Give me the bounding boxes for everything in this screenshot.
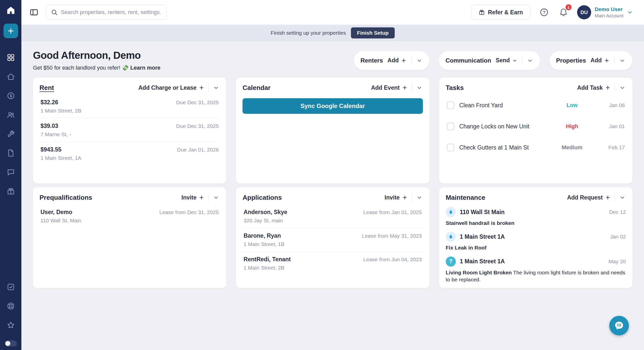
applications-card-dropdown[interactable] xyxy=(416,194,423,201)
user-name: Demo User xyxy=(595,6,623,12)
plus-icon xyxy=(605,85,611,90)
dashboard-grid-icon xyxy=(7,53,15,62)
nav-maintenance[interactable] xyxy=(6,129,16,139)
people-icon xyxy=(7,111,15,119)
maintenance-card-dropdown[interactable] xyxy=(619,194,626,201)
chevron-down-icon xyxy=(213,194,219,201)
renters-dropdown-button[interactable] xyxy=(416,57,423,64)
notifications-button[interactable]: 1 xyxy=(558,7,569,18)
nav-favorites[interactable] xyxy=(6,320,16,330)
task-label: Check Gutters at 1 Main St xyxy=(459,144,547,151)
task-checkbox[interactable] xyxy=(447,123,454,130)
nav-referrals[interactable] xyxy=(6,186,16,196)
quick-actions: Renters Add Communication Send xyxy=(354,51,632,70)
search-input[interactable] xyxy=(46,5,167,20)
maintenance-date: Jan 02 xyxy=(610,234,626,240)
maintenance-property: 1 Main Street 1A xyxy=(460,233,610,240)
renters-add-label: Add xyxy=(387,57,399,64)
referral-subtext: Get $50 for each landlord you refer! 💸 xyxy=(33,65,129,71)
setup-banner: Finish setting up your properties Finish… xyxy=(21,25,644,41)
question-icon: ? xyxy=(446,257,456,267)
add-event-button[interactable]: Add Event xyxy=(371,84,408,91)
task-label: Change Locks on New Unit xyxy=(459,123,547,130)
task-priority: Medium xyxy=(547,144,597,151)
finish-setup-button[interactable]: Finish Setup xyxy=(351,27,395,38)
add-request-button[interactable]: Add Request xyxy=(567,194,611,201)
rent-address: 1 Main Street, 2B xyxy=(41,108,81,114)
maintenance-item[interactable]: 110 Wall St Main Dec 12 Stairwell handra… xyxy=(446,207,626,227)
tasks-card-dropdown[interactable] xyxy=(619,84,626,91)
task-checkbox[interactable] xyxy=(447,144,454,151)
nav-dashboard[interactable] xyxy=(6,52,16,63)
applicant-name: RentRedi, Tenant xyxy=(244,256,291,263)
properties-add-button[interactable]: Add xyxy=(590,57,610,64)
prequalifications-invite-button[interactable]: Invite xyxy=(181,194,204,201)
prequalification-item[interactable]: User, Demo 110 Wall St, Main Lease from … xyxy=(39,205,220,228)
application-item[interactable]: Barone, Ryan 1 Main Street, 1B Lease fro… xyxy=(243,228,423,252)
tasks-card: Tasks Add Task Clean Front Yar xyxy=(439,78,632,183)
rent-card-title[interactable]: Rent xyxy=(39,84,54,92)
lease-from: Lease from May 31, 2023 xyxy=(362,233,422,247)
task-item[interactable]: Clean Front Yard Low Jan 06 xyxy=(446,95,626,116)
nav-help[interactable] xyxy=(6,301,16,311)
nav-renters[interactable] xyxy=(6,110,16,120)
nav-tasks[interactable] xyxy=(6,282,16,292)
checklist-icon xyxy=(7,283,15,291)
applications-card: Applications Invite Anderson, Skye xyxy=(236,187,429,288)
renters-quick-action: Renters Add xyxy=(354,51,429,70)
prequalifications-card-title: Prequalifications xyxy=(39,194,92,202)
user-account: Main Account xyxy=(595,13,623,19)
learn-more-link[interactable]: Learn more xyxy=(130,65,160,71)
rent-list-item[interactable]: $32.26 1 Main Street, 2B Due Dec 31, 202… xyxy=(39,95,220,118)
nav-messages[interactable] xyxy=(6,167,16,177)
communication-send-button[interactable]: Send xyxy=(496,57,517,64)
rent-add-button[interactable]: Add Charge or Lease xyxy=(138,84,204,91)
lease-from: Lease from Jan 01, 2025 xyxy=(363,209,422,224)
task-item[interactable]: Check Gutters at 1 Main St Medium Feb 17 xyxy=(446,137,626,158)
nav-documents[interactable] xyxy=(6,148,16,158)
sidebar-collapse-button[interactable] xyxy=(28,6,40,18)
rentredi-logo[interactable] xyxy=(5,5,17,16)
application-item[interactable]: RentRedi, Tenant 1 Main Street, 2B Lease… xyxy=(243,252,423,275)
rent-list-item[interactable]: $39.03 7 Marne St, - Due Dec 31, 2025 xyxy=(39,118,220,142)
nav-payments[interactable]: $ xyxy=(6,90,16,101)
chevron-down-icon xyxy=(416,85,422,91)
greeting-block: Good Afternoon, Demo Get $50 for each la… xyxy=(33,50,160,71)
renters-add-button[interactable]: Add xyxy=(387,57,407,64)
svg-text:$: $ xyxy=(10,94,12,98)
applicant-address: 1 Main Street, 1B xyxy=(244,241,284,247)
add-request-label: Add Request xyxy=(567,194,603,201)
prequalifications-card: Prequalifications Invite User, Demo xyxy=(33,187,226,288)
plus-icon xyxy=(199,85,204,90)
communication-dropdown-button[interactable] xyxy=(527,57,534,64)
properties-dropdown-button[interactable] xyxy=(619,57,626,64)
svg-text:?: ? xyxy=(543,10,546,15)
sync-google-calendar-button[interactable]: Sync Google Calendar xyxy=(243,98,423,114)
applications-invite-label: Invite xyxy=(385,194,400,201)
account-menu[interactable]: DU Demo User Main Account xyxy=(577,5,633,19)
task-item[interactable]: Change Locks on New Unit High Jan 01 xyxy=(446,116,626,137)
chat-widget-button[interactable] xyxy=(609,316,629,335)
task-date: Feb 17 xyxy=(597,144,625,151)
rent-add-label: Add Charge or Lease xyxy=(138,84,196,91)
refer-earn-button[interactable]: Refer & Earn xyxy=(471,5,530,20)
rent-card-dropdown[interactable] xyxy=(213,84,220,91)
sidebar-add-button[interactable] xyxy=(4,24,18,38)
prequalifications-card-dropdown[interactable] xyxy=(213,194,220,201)
chevron-down-icon xyxy=(627,9,633,15)
task-date: Jan 01 xyxy=(597,123,625,129)
application-item[interactable]: Anderson, Skye 320 Jay St, main Lease fr… xyxy=(243,205,423,228)
plus-icon xyxy=(604,58,610,63)
theme-toggle[interactable] xyxy=(5,340,17,346)
add-task-button[interactable]: Add Task xyxy=(577,84,611,91)
nav-properties[interactable] xyxy=(6,71,16,82)
plus-icon xyxy=(605,195,611,200)
applications-invite-button[interactable]: Invite xyxy=(385,194,408,201)
maintenance-item[interactable]: 1 Main Street 1A Jan 02 Fix Leak in Roof xyxy=(446,232,626,251)
help-button[interactable]: ? xyxy=(538,7,550,18)
rent-list-item[interactable]: $943.55 1 Main Street, 1A Due Jan 01, 20… xyxy=(39,142,220,165)
avatar: DU xyxy=(577,5,591,19)
calendar-card-dropdown[interactable] xyxy=(416,84,423,91)
maintenance-item[interactable]: ? 1 Main Street 1A May 20 Living Room Li… xyxy=(446,257,626,283)
task-checkbox[interactable] xyxy=(447,102,454,109)
